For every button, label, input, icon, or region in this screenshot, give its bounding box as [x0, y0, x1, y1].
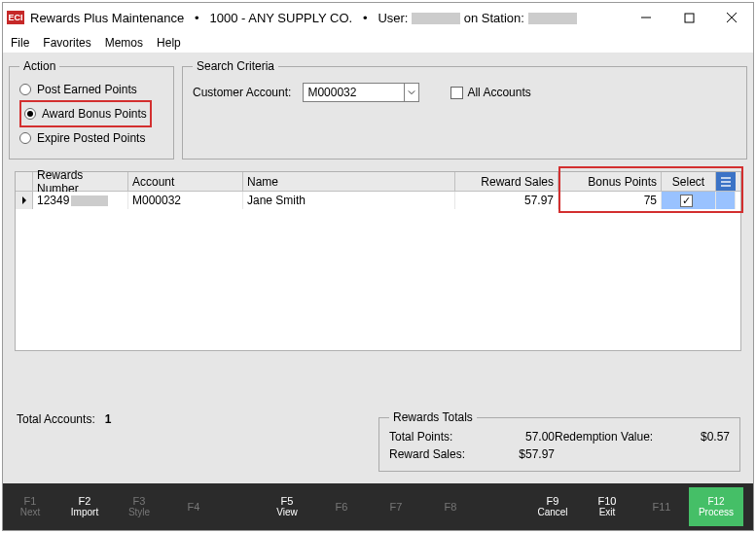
redemption-value: $0.57	[671, 430, 730, 444]
window: ECI Rewards Plus Maintenance • 1000 - AN…	[2, 2, 754, 531]
f8[interactable]: F8	[423, 501, 478, 513]
titlebar: ECI Rewards Plus Maintenance • 1000 - AN…	[3, 3, 753, 32]
radio-award-bonus[interactable]: Award Bonus Points	[24, 107, 147, 121]
col-account[interactable]: Account	[128, 172, 243, 191]
f2-import[interactable]: F2Import	[57, 495, 112, 518]
customer-account-combo[interactable]	[303, 83, 419, 102]
action-group: Action Post Earned Points Award Bonus Po…	[9, 59, 174, 160]
minimize-button[interactable]	[625, 3, 667, 32]
title-company: 1000 - ANY SUPPLY CO.	[209, 11, 352, 25]
radio-post-label: Post Earned Points	[37, 83, 137, 96]
cell-account: M000032	[128, 192, 243, 209]
f3-style[interactable]: F3Style	[112, 495, 166, 518]
total-accounts-label: Total Accounts:	[17, 412, 95, 426]
f12-process[interactable]: F12Process	[689, 487, 743, 526]
title-user-label: User:	[378, 11, 408, 25]
search-legend: Search Criteria	[193, 59, 278, 73]
maximize-button[interactable]	[667, 3, 710, 32]
f5-view[interactable]: F5View	[260, 495, 314, 518]
select-checkbox[interactable]	[680, 195, 693, 207]
f7[interactable]: F7	[369, 501, 423, 513]
highlight-award: Award Bonus Points	[19, 100, 152, 127]
f10-exit[interactable]: F10Exit	[580, 495, 634, 518]
f1-next[interactable]: F1Next	[3, 495, 57, 518]
f11[interactable]: F11	[634, 501, 689, 513]
total-points-label: Total Points:	[389, 430, 477, 444]
menubar: File Favorites Memos Help	[3, 32, 753, 53]
window-title: Rewards Plus Maintenance • 1000 - ANY SU…	[30, 11, 577, 25]
search-group: Search Criteria Customer Account: All Ac…	[182, 59, 747, 160]
grid-header: Rewards Number Account Name Reward Sales…	[16, 172, 740, 192]
radio-post-earned[interactable]: Post Earned Points	[19, 83, 163, 96]
col-rewards-number[interactable]: Rewards Number	[33, 172, 128, 191]
rewards-totals-legend: Rewards Totals	[389, 410, 477, 424]
cell-reward-sales: 57.97	[455, 192, 558, 209]
f9-cancel[interactable]: F9Cancel	[525, 495, 580, 518]
radio-icon	[24, 108, 36, 120]
close-button[interactable]	[710, 3, 753, 32]
row-indicator-icon	[16, 192, 33, 209]
total-points-value: 57.00	[477, 430, 555, 444]
table-row[interactable]: 12349 M000032 Jane Smith 57.97 75	[16, 192, 740, 209]
radio-award-label: Award Bonus Points	[42, 107, 147, 121]
grid-corner	[16, 172, 33, 191]
redemption-label: Redemption Value:	[555, 430, 671, 444]
reward-sales-label: Reward Sales:	[389, 447, 477, 461]
menu-file[interactable]: File	[11, 36, 29, 50]
col-name[interactable]: Name	[243, 172, 455, 191]
svg-rect-1	[685, 14, 694, 22]
obscured	[71, 195, 108, 206]
f4[interactable]: F4	[166, 501, 221, 513]
cell-rewards-number: 12349	[33, 192, 128, 209]
menu-favorites[interactable]: Favorites	[43, 36, 90, 50]
station-obscured	[528, 13, 577, 24]
cell-select[interactable]	[662, 192, 716, 209]
eci-icon: ECI	[7, 11, 24, 24]
cell-bonus-points[interactable]: 75	[558, 192, 662, 209]
menu-help[interactable]: Help	[157, 36, 181, 50]
title-app: Rewards Plus Maintenance	[30, 11, 184, 25]
f6[interactable]: F6	[314, 501, 369, 513]
results-grid: Rewards Number Account Name Reward Sales…	[15, 171, 741, 351]
radio-expire-posted[interactable]: Expire Posted Points	[19, 131, 163, 145]
customer-account-label: Customer Account:	[193, 86, 291, 99]
radio-icon	[19, 132, 31, 144]
total-accounts-value: 1	[105, 412, 112, 426]
function-key-bar: F1Next F2Import F3Style F4 F5View F6 F7 …	[3, 483, 753, 530]
reward-sales-value: $57.97	[477, 447, 555, 461]
rewards-totals-group: Rewards Totals Total Points: 57.00 Redem…	[378, 410, 740, 472]
cell-rewards-text: 12349	[37, 194, 69, 207]
col-bonus-points[interactable]: Bonus Points	[558, 172, 662, 191]
action-legend: Action	[19, 59, 59, 73]
customer-account-input[interactable]	[304, 84, 403, 101]
cell-trailing	[716, 192, 736, 209]
all-accounts-checkbox[interactable]	[450, 87, 463, 99]
client-area: Action Post Earned Points Award Bonus Po…	[3, 53, 753, 530]
cell-name: Jane Smith	[243, 192, 455, 209]
title-station-label: on Station:	[464, 11, 524, 25]
radio-icon	[19, 84, 31, 95]
col-select[interactable]: Select	[662, 172, 716, 191]
user-obscured	[412, 13, 460, 24]
col-reward-sales[interactable]: Reward Sales	[455, 172, 558, 191]
chevron-down-icon[interactable]	[404, 84, 419, 101]
radio-expire-label: Expire Posted Points	[37, 131, 145, 145]
grid-menu-icon[interactable]	[716, 172, 736, 191]
total-accounts: Total Accounts: 1	[13, 405, 363, 478]
all-accounts-label: All Accounts	[467, 86, 530, 99]
menu-memos[interactable]: Memos	[105, 36, 143, 50]
